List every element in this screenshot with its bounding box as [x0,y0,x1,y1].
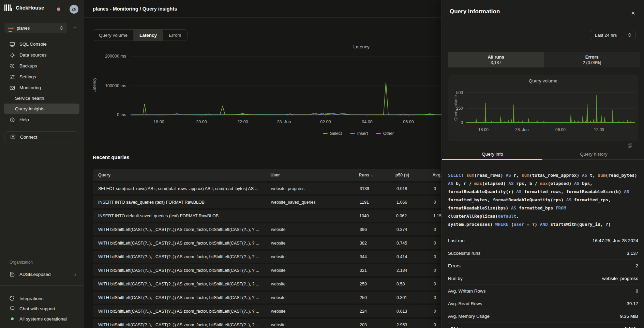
x-tick: 28. Jun [510,127,534,132]
cell-user: website [271,295,360,300]
cell-runs: 224 [360,309,396,314]
recent-queries-table: Query User Runs⌄ p50 (s) Avg. SELECT sum… [93,169,441,328]
segment-all-runs[interactable]: All runs 3,137 [448,52,544,67]
chevron-updown-icon [59,26,63,30]
active-tab-underline [442,159,542,160]
legend-swatch [376,133,381,134]
cell-p50: 2.953 [396,323,434,327]
stat-row: Errors2 [448,260,638,272]
sidebar-item-data-sources[interactable]: Data sources [4,50,79,60]
table-row[interactable]: WITH bitShiftLeft(CAST(?..), _CAST(?..))… [93,305,441,317]
sql-line: SELECT sum(read_rows) AS r, sum(total_ro… [448,171,638,179]
stat-row: Last run16:47:25, Jun 28 2024 [448,234,638,247]
query-information-panel: Query information ✕ Last 24 hrs All runs… [441,0,644,328]
table-row[interactable]: WITH bitShiftLeft(CAST(?..), _CAST(?..))… [93,237,441,249]
table-row[interactable]: INSERT INTO default.saved_queries (text)… [93,210,441,222]
stat-label: Successful runs [448,251,480,256]
table-row[interactable]: SELECT sum(read_rows) AS r, sum(total_ro… [93,183,441,194]
sidebar-item-help[interactable]: Help [4,114,79,125]
table-row[interactable]: WITH bitShiftLeft(CAST(?..), _CAST(?..))… [93,292,441,303]
tab-latency[interactable]: Latency [134,30,163,41]
tab-query-history[interactable]: Query history [543,148,644,160]
cell-query: INSERT INTO default.saved_queries (text)… [98,214,271,218]
cell-query: WITH bitShiftLeft(CAST(?..), _CAST(?..))… [98,309,271,314]
copy-icon[interactable] [627,142,633,149]
cell-p50: 0.58 [396,282,434,286]
help-icon [10,117,15,123]
tab-query-info[interactable]: Query info [442,148,543,160]
cell-query: INSERT INTO saved_queries (text) FORMAT … [98,200,271,205]
status-ok-dot-icon [11,317,14,320]
table-row[interactable]: INSERT INTO saved_queries (text) FORMAT … [93,196,441,208]
cell-user: website [271,241,360,246]
col-avg[interactable]: Avg. [432,173,441,177]
organization-switcher[interactable]: ADSB.exposed › [4,269,79,279]
table-row[interactable]: WITH bitShiftLeft(CAST(?..), _CAST(?..))… [93,319,441,328]
stat-value: 2 [635,263,638,268]
cell-p50: 0.062 [396,214,433,218]
stat-label: Errors [448,263,461,268]
cell-user: website [271,323,360,327]
cell-avg: 0 [434,268,441,273]
stat-value: 9.35 MiB [620,314,638,319]
col-user[interactable]: User [270,173,359,177]
cell-avg: 0 [434,323,441,327]
stat-value: 0 [635,288,638,294]
series-select [132,82,441,115]
settings-sliders-icon [10,74,15,80]
cell-query: WITH bitShiftLeft(CAST(?..), _CAST(?..))… [98,268,271,273]
sidebar-item-monitoring[interactable]: Monitoring [4,82,79,93]
cell-runs: 203 [360,323,396,327]
stat-row: Successful runs3,137 [448,247,638,260]
col-p50[interactable]: p50 (s) [395,173,433,177]
table-row[interactable]: WITH bitShiftLeft(CAST(?..), _CAST(?..))… [93,251,441,263]
stat-label: Last run [448,238,465,243]
sidebar-item-backups[interactable]: Backups [4,61,79,71]
time-range-select[interactable]: Last 24 hrs [590,30,635,40]
sidebar-item-settings[interactable]: Settings [4,72,79,82]
integrations-link[interactable]: Integrations [4,293,79,303]
service-name: planes [17,26,59,31]
sql-line: AS b, r / max(elapsed) AS rps, b / max(e… [448,179,638,188]
system-status-link[interactable]: All systems operational [4,314,79,324]
legend-item-insert[interactable]: Insert [350,131,368,136]
cell-user: website [271,227,360,232]
col-runs[interactable]: Runs⌄ [359,173,395,177]
stat-row: Run bywebsite_progress [448,272,638,285]
cell-p50: 1.066 [396,200,434,205]
notification-dot-icon[interactable] [57,7,60,11]
connect-button[interactable]: Connect [4,131,78,142]
connect-icon [10,134,16,140]
sidebar-item-sql-console[interactable]: SQL Console [4,39,79,49]
sql-code-block[interactable]: SELECT sum(read_rows) AS r, sum(total_ro… [448,171,638,229]
y-tick: 100000 ms [94,83,126,88]
cell-runs: 259 [360,282,396,286]
close-icon[interactable]: ✕ [629,9,638,18]
table-row[interactable]: WITH bitShiftLeft(CAST(?..), _CAST(?..))… [93,278,441,290]
sidebar-divider [0,285,84,286]
table-row[interactable]: WITH bitShiftLeft(CAST(?..), _CAST(?..))… [93,223,441,235]
panel-title: Query information [450,8,500,15]
table-row[interactable]: WITH bitShiftLeft(CAST(?..), _CAST(?..))… [93,264,441,276]
legend-item-select[interactable]: Select [323,131,342,136]
chat-support-link[interactable]: Chat with support [4,303,79,314]
sql-line: formatReadableQuantity(r) AS formatted_r… [448,188,638,196]
latency-chart[interactable] [131,51,441,119]
service-selector[interactable]: aws planes [4,23,67,33]
legend-item-other[interactable]: Other [376,131,394,136]
query-volume-card: Query volume 500 250 0 Query volume 18:0… [448,75,638,141]
cell-p50: 0.745 [396,241,434,246]
col-query[interactable]: Query [98,173,270,177]
segment-errors[interactable]: Errors 2 (0.06%) [544,52,640,67]
monitoring-icon [10,85,15,91]
sidebar-item-service-health[interactable]: Service health [4,93,79,104]
tab-errors[interactable]: Errors [163,30,187,41]
cell-query: WITH bitShiftLeft(CAST(?..), _CAST(?..))… [98,295,271,300]
tab-query-volume[interactable]: Query volume [93,30,134,41]
add-service-button[interactable]: + [71,23,79,33]
cell-avg: 0 [434,309,441,314]
cell-runs: 1040 [359,214,396,218]
sidebar-item-query-insights[interactable]: Query insights [4,104,79,114]
data-sources-icon [10,52,15,58]
avatar[interactable]: ZN [70,5,78,14]
